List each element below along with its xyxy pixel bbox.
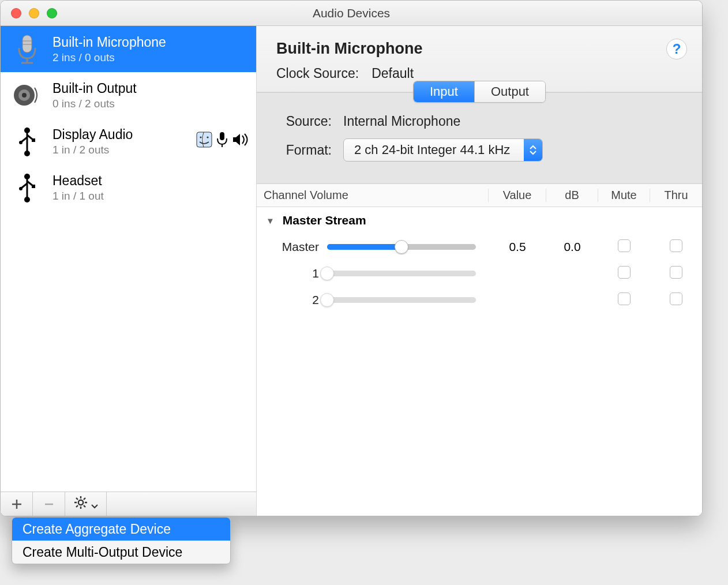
channel-row-2: 2: [257, 287, 702, 313]
format-select[interactable]: 2 ch 24-bit Integer 44.1 kHz: [343, 138, 543, 162]
format-value: 2 ch 24-bit Integer 44.1 kHz: [354, 142, 516, 158]
svg-point-10: [24, 151, 30, 156]
svg-rect-12: [32, 138, 35, 142]
window-title: Audio Devices: [1, 6, 702, 20]
volume-slider-master[interactable]: [327, 244, 476, 250]
device-name: Built-in Microphone: [52, 35, 248, 50]
thru-checkbox-ch2[interactable]: [670, 292, 682, 305]
thru-checkbox-ch1[interactable]: [670, 266, 682, 279]
microphone-icon: [11, 33, 43, 65]
device-list: Built-in Microphone 2 ins / 0 outs: [1, 26, 256, 492]
header-db[interactable]: dB: [546, 189, 598, 202]
svg-point-20: [24, 197, 30, 202]
svg-line-31: [76, 498, 78, 500]
svg-point-7: [22, 93, 27, 97]
menu-item-create-aggregate-device[interactable]: Create Aggregate Device: [12, 518, 230, 541]
device-item-built-in-microphone[interactable]: Built-in Microphone 2 ins / 0 outs: [1, 26, 256, 72]
chevron-down-icon: [91, 496, 98, 512]
source-value: Internal Microphone: [343, 114, 460, 129]
channel-volume-table: Channel Volume Value dB Mute Thru ▼ Mast…: [257, 184, 702, 516]
device-name: Built-in Output: [52, 81, 248, 96]
device-item-built-in-output[interactable]: Built-in Output 0 ins / 2 outs: [1, 72, 256, 118]
detail-title: Built-in Microphone: [276, 40, 686, 58]
svg-rect-22: [32, 185, 35, 188]
audio-devices-window: Audio Devices: [0, 0, 703, 516]
device-detail-panel: Built-in Microphone Clock Source: Defaul…: [257, 26, 702, 516]
clock-source-label: Clock Source:: [276, 66, 359, 81]
device-io-summary: 1 in / 1 out: [52, 190, 248, 202]
help-icon: ?: [673, 41, 681, 57]
device-io-summary: 2 ins / 0 outs: [52, 51, 248, 64]
header-thru[interactable]: Thru: [650, 189, 702, 202]
volume-slider-ch2[interactable]: [327, 297, 476, 303]
svg-rect-0: [22, 35, 32, 52]
finder-badge-icon: [196, 132, 212, 151]
format-label: Format:: [274, 142, 332, 158]
svg-line-34: [84, 498, 85, 500]
svg-rect-13: [197, 132, 212, 147]
device-name: Display Audio: [52, 127, 187, 142]
disclosure-triangle-icon[interactable]: ▼: [266, 216, 275, 226]
gear-icon: [74, 496, 88, 513]
device-item-headset[interactable]: Headset 1 in / 1 out: [1, 164, 256, 211]
stream-name: Master Stream: [283, 213, 366, 227]
svg-line-33: [76, 505, 78, 507]
device-item-display-audio[interactable]: Display Audio 1 in / 2 outs: [1, 118, 256, 164]
channel-row-1: 1: [257, 260, 702, 287]
help-button[interactable]: ?: [666, 39, 687, 59]
add-device-button[interactable]: [1, 492, 33, 516]
input-settings: Source: Internal Microphone Format: 2 ch…: [257, 93, 702, 184]
channel-row-master: Master 0.5 0.0: [257, 234, 702, 260]
volume-db: 0.0: [546, 240, 598, 254]
header-mute[interactable]: Mute: [598, 189, 650, 202]
header-channel[interactable]: Channel Volume: [257, 189, 489, 202]
microphone-badge-icon: [216, 132, 228, 151]
tab-output[interactable]: Output: [474, 81, 545, 102]
speaker-icon: [11, 79, 43, 111]
svg-point-15: [207, 136, 208, 138]
svg-line-32: [84, 505, 85, 507]
volume-slider-ch1[interactable]: [327, 271, 476, 276]
add-device-popup-menu: Create Aggregate Device Create Multi-Out…: [12, 517, 231, 564]
svg-point-14: [200, 136, 201, 138]
channel-label: 2: [264, 293, 319, 307]
svg-point-11: [19, 141, 22, 144]
source-label: Source:: [274, 114, 332, 129]
stream-header-row[interactable]: ▼ Master Stream: [257, 207, 702, 234]
usb-icon: [11, 171, 43, 204]
remove-device-button[interactable]: [33, 492, 65, 516]
clock-source-value: Default: [371, 66, 414, 81]
stepper-arrows-icon: [524, 139, 542, 161]
svg-point-26: [78, 500, 82, 504]
io-segmented-control: Input Output: [413, 81, 546, 103]
usb-icon: [11, 125, 43, 158]
menu-item-create-multi-output-device[interactable]: Create Multi-Output Device: [12, 541, 230, 564]
device-name: Headset: [52, 173, 248, 189]
channel-label: Master: [264, 240, 319, 254]
channel-label: 1: [264, 267, 319, 280]
speaker-badge-icon: [232, 133, 248, 150]
table-header-row: Channel Volume Value dB Mute Thru: [257, 184, 702, 207]
mute-checkbox-ch2[interactable]: [618, 292, 631, 305]
device-io-summary: 0 ins / 2 outs: [52, 97, 248, 110]
mute-checkbox-master[interactable]: [618, 239, 631, 252]
device-sidebar: Built-in Microphone 2 ins / 0 outs: [1, 26, 257, 516]
volume-value: 0.5: [489, 240, 546, 254]
device-actions-menu-button[interactable]: [65, 492, 107, 516]
titlebar: Audio Devices: [1, 1, 702, 26]
tab-input[interactable]: Input: [414, 81, 474, 102]
svg-rect-16: [220, 132, 224, 140]
header-value[interactable]: Value: [489, 189, 546, 202]
device-io-summary: 1 in / 2 outs: [52, 144, 187, 156]
mute-checkbox-ch1[interactable]: [618, 266, 631, 279]
svg-point-21: [19, 187, 22, 190]
thru-checkbox-master[interactable]: [670, 239, 682, 252]
sidebar-footer: [1, 492, 256, 516]
